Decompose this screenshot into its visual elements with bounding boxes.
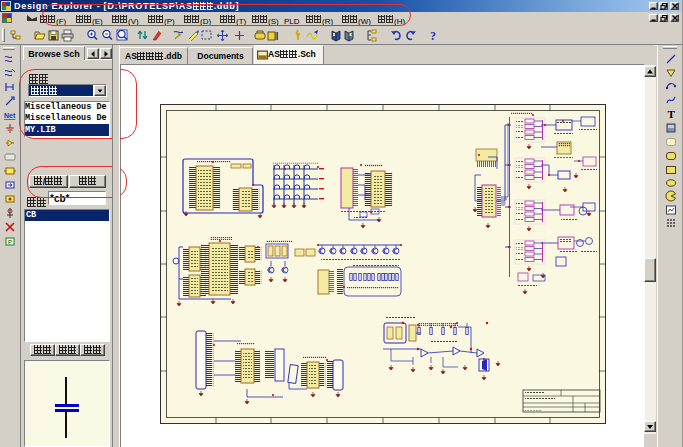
svg-text:T: T	[668, 108, 676, 120]
svg-text:P: P	[8, 239, 12, 245]
svg-text:?: ?	[430, 29, 436, 42]
svg-text:Net: Net	[4, 112, 16, 119]
